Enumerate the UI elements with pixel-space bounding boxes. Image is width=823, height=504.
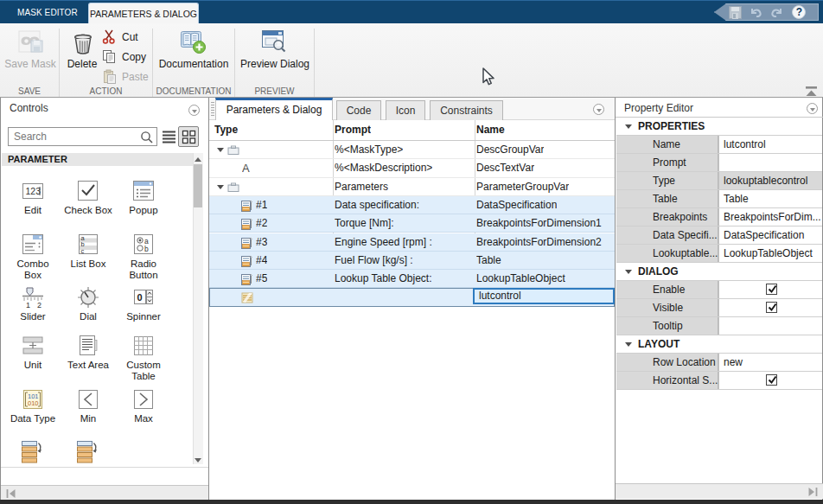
svg-text:c: c [81, 247, 85, 255]
svg-text:?: ? [796, 6, 802, 18]
svg-text:0: 0 [137, 292, 143, 303]
svg-text:b: b [144, 245, 149, 253]
svg-text:010: 010 [28, 399, 39, 407]
svg-text:2: 2 [37, 301, 41, 309]
svg-text:123: 123 [26, 186, 41, 196]
svg-text:1: 1 [26, 301, 30, 309]
